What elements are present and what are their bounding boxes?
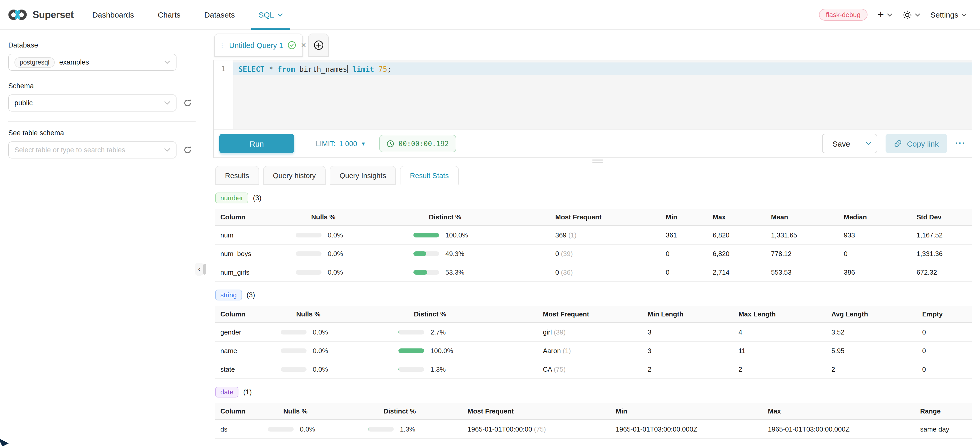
collapse-left-icon: ‹: [198, 265, 200, 273]
progress-bar-track: [296, 233, 321, 237]
table-header-row: ColumnNulls %Distinct %Most FrequentMin …: [215, 306, 972, 323]
mf-value: Aaron: [543, 347, 561, 355]
scrollbar-thumb[interactable]: [203, 264, 206, 275]
sql-token: birth_names: [295, 65, 347, 73]
progress-bar-track: [281, 367, 307, 372]
new-item-menu[interactable]: +: [878, 10, 892, 20]
column-header: Most Frequent: [538, 310, 643, 318]
column-header: Std Dev: [912, 213, 972, 221]
splitter-grip[interactable]: [592, 159, 603, 164]
tab-query-insights[interactable]: Query Insights: [330, 166, 396, 185]
more-actions-icon[interactable]: ···: [955, 139, 966, 149]
refresh-icon[interactable]: [183, 146, 192, 155]
progress-bar-track: [281, 349, 307, 353]
mf-value: 0: [555, 268, 559, 276]
sql-editor[interactable]: 1 SELECT * from birth_names limit 75;: [214, 61, 972, 129]
schema-value: public: [14, 99, 33, 107]
stat-value: 1,167.52: [912, 231, 972, 239]
tab-result-stats[interactable]: Result Stats: [400, 166, 458, 185]
sidebar-divider: [8, 170, 196, 170]
progress-bar-track: [414, 270, 439, 275]
database-label: Database: [8, 41, 196, 49]
distinct-cell: 2.7%: [409, 328, 538, 336]
plus-icon: +: [878, 9, 884, 20]
caret-down-icon: ▼: [361, 141, 366, 147]
nav-charts[interactable]: Charts: [158, 0, 180, 30]
sidebar-collapse-button[interactable]: ‹: [195, 263, 203, 276]
progress-bar-fill: [398, 330, 399, 334]
stats-table: ColumnNulls %Distinct %Most FrequentMinM…: [215, 403, 972, 439]
theme-menu[interactable]: [903, 10, 920, 19]
settings-menu[interactable]: Settings: [931, 10, 967, 19]
percent-value: 100.0%: [430, 347, 453, 355]
stat-value: same day: [915, 425, 972, 433]
stat-value: 3: [643, 328, 733, 336]
nav-datasets[interactable]: Datasets: [204, 0, 235, 30]
column-count: (1): [243, 388, 252, 396]
limit-dropdown[interactable]: LIMIT: 1 000 ▼: [316, 139, 366, 148]
nav-dashboards[interactable]: Dashboards: [92, 0, 134, 30]
tab-results[interactable]: Results: [215, 166, 259, 185]
elapsed-time: 00:00:00.192: [398, 139, 449, 148]
most-frequent-cell: CA (75): [538, 365, 643, 373]
chevron-down-icon: [961, 13, 967, 16]
table-select[interactable]: Select table or type to search tables: [8, 142, 177, 158]
column-header: Min Length: [643, 310, 733, 318]
copy-link-button[interactable]: Copy link: [886, 134, 947, 153]
chevron-down-icon: [164, 101, 170, 105]
schema-select[interactable]: public: [8, 94, 177, 112]
progress-bar-fill: [414, 252, 426, 256]
mf-count: (75): [552, 365, 566, 373]
new-query-tab-button[interactable]: [308, 33, 329, 57]
stat-value: 3.52: [826, 328, 917, 336]
column-header: Column: [215, 407, 278, 415]
mf-value: girl: [543, 328, 552, 336]
pane-splitter[interactable]: [213, 158, 972, 165]
query-editor-panel: 1 SELECT * from birth_names limit 75; Ru…: [213, 60, 972, 158]
drag-handle-icon[interactable]: ⋮: [219, 41, 224, 49]
progress-bar-track: [296, 252, 321, 256]
save-button[interactable]: Save: [822, 134, 860, 153]
stats-section-date: date(1)ColumnNulls %Distinct %Most Frequ…: [215, 387, 972, 439]
percent-value: 0.0%: [313, 328, 328, 336]
database-value: examples: [59, 58, 89, 66]
column-header: Most Frequent: [462, 407, 611, 415]
editor-code-area[interactable]: SELECT * from birth_names limit 75;: [233, 61, 972, 129]
percent-value: 0.0%: [313, 347, 328, 355]
table-select-placeholder: Select table or type to search tables: [14, 146, 125, 154]
column-header: Distinct %: [378, 407, 462, 415]
bar-wrap: 0.0%: [281, 347, 393, 355]
column-header: Min: [611, 407, 763, 415]
query-tab[interactable]: ⋮ Untitled Query 1 ✕: [214, 33, 303, 57]
clock-icon: [387, 140, 394, 147]
bar-wrap: 1.3%: [368, 425, 447, 433]
save-options-caret[interactable]: [861, 134, 877, 153]
query-timer: 00:00:00.192: [379, 135, 456, 152]
stat-value: 553.53: [766, 268, 838, 276]
distinct-cell: 53.3%: [424, 268, 550, 276]
most-frequent-cell: girl (39): [538, 328, 643, 336]
most-frequent-cell: 369 (1): [550, 231, 660, 239]
environment-badge: flask-debug: [819, 9, 867, 21]
tab-query-history[interactable]: Query history: [263, 166, 326, 185]
database-select[interactable]: postgresql examples: [8, 54, 177, 71]
query-tab-title: Untitled Query 1: [229, 41, 283, 49]
save-split-button: Save: [822, 134, 877, 153]
query-tabstrip: ⋮ Untitled Query 1 ✕: [213, 30, 972, 60]
column-count: (3): [247, 291, 255, 299]
superset-logo[interactable]: Superset: [7, 8, 73, 21]
nav-sql[interactable]: SQL: [259, 0, 283, 30]
run-query-button[interactable]: Run: [220, 134, 294, 153]
limit-value: 1 000: [339, 139, 357, 148]
progress-bar-track: [296, 270, 321, 275]
sql-token: [348, 65, 352, 73]
mf-value: 0: [555, 250, 559, 258]
progress-bar-track: [414, 233, 439, 237]
copy-link-label: Copy link: [907, 139, 939, 148]
bar-wrap: 0.0%: [296, 268, 408, 276]
close-tab-icon[interactable]: ✕: [301, 41, 307, 49]
refresh-icon[interactable]: [183, 99, 192, 107]
superset-infinity-icon: [7, 8, 28, 21]
chevron-down-icon: [164, 61, 170, 64]
table-row: num0.0%100.0%369 (1)3616,8201,331.659331…: [215, 226, 972, 245]
